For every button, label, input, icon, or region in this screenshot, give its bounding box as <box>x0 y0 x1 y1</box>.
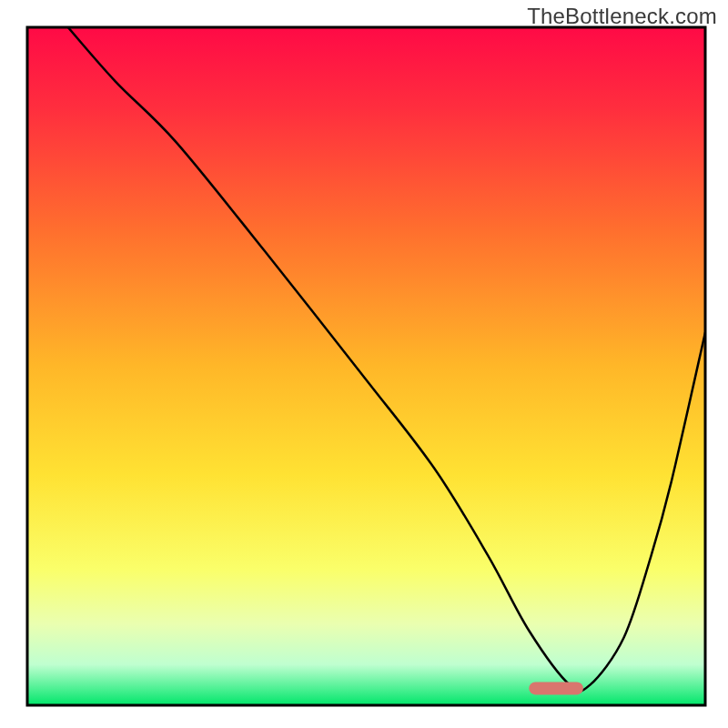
watermark-label: TheBottleneck.com <box>527 4 717 29</box>
bottleneck-chart <box>0 0 728 728</box>
chart-stage: TheBottleneck.com <box>0 0 728 728</box>
gradient-background <box>27 27 705 705</box>
optimum-marker <box>529 682 583 694</box>
